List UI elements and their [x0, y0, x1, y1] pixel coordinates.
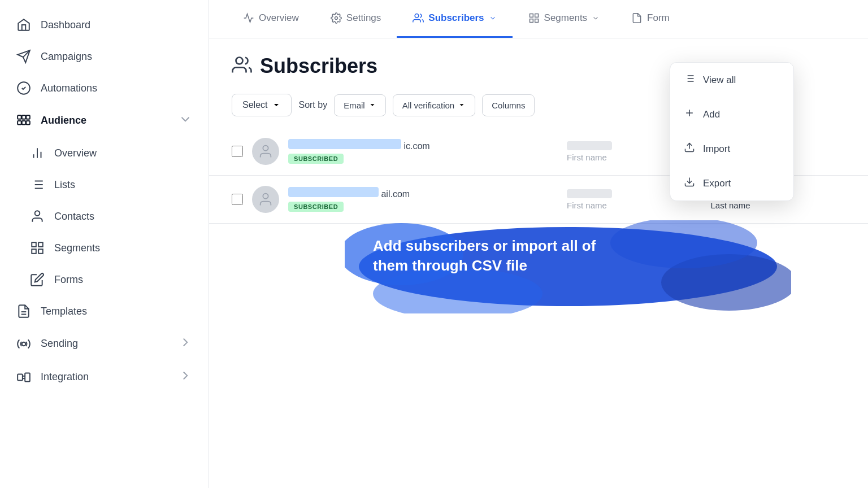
all-verification-label: All verification — [402, 101, 455, 110]
row-checkbox[interactable] — [232, 194, 243, 205]
list-icon — [684, 73, 695, 87]
upload-icon — [684, 142, 695, 156]
dropdown-export[interactable]: Export — [670, 166, 793, 201]
sidebar-item-segments[interactable]: Segments — [0, 232, 209, 264]
send-icon — [16, 49, 32, 64]
svg-point-18 — [35, 211, 40, 216]
sidebar-item-label: Audience — [41, 115, 86, 127]
avatar — [252, 138, 279, 165]
select-button[interactable]: Select — [232, 94, 292, 116]
sidebar-item-label: Forms — [54, 274, 83, 286]
tab-label: Settings — [346, 12, 381, 24]
audience-icon — [16, 113, 32, 129]
tab-label: Overview — [259, 12, 299, 24]
sidebar-item-contacts[interactable]: Contacts — [0, 201, 209, 232]
tab-overview[interactable]: Overview — [227, 0, 315, 38]
sidebar-item-integration[interactable]: Integration — [0, 360, 209, 394]
plus-icon — [684, 107, 695, 121]
sidebar-item-label: Campaigns — [41, 51, 92, 63]
svg-rect-6 — [18, 121, 21, 125]
download-icon — [684, 176, 695, 190]
email-column: ail.com SUBSCRIBED — [288, 187, 558, 212]
svg-point-35 — [263, 146, 268, 151]
sidebar-item-overview[interactable]: Overview — [0, 137, 209, 169]
tab-label: Segments — [544, 12, 588, 24]
firstname-blur — [567, 141, 612, 150]
subscribers-dropdown: View all Add Import Export — [670, 62, 794, 201]
sidebar-item-label: Templates — [41, 306, 87, 317]
all-verification-button[interactable]: All verification — [393, 94, 476, 116]
email-blur-mask — [288, 139, 401, 149]
sidebar-item-automations[interactable]: Automations — [0, 72, 209, 104]
email-column: ic.com SUBSCRIBED — [288, 139, 558, 164]
firstname-blur — [567, 189, 612, 198]
integration-icon — [16, 369, 32, 385]
firstname-label: First name — [567, 201, 607, 210]
sidebar: Dashboard Campaigns Automations Audience… — [0, 0, 209, 488]
email-filter-button[interactable]: Email — [334, 94, 386, 116]
svg-point-29 — [415, 14, 419, 18]
lastname-label: Last name — [711, 201, 750, 210]
sidebar-item-label: Sending — [41, 338, 78, 350]
sidebar-item-label: Lists — [54, 179, 75, 191]
status-badge: SUBSCRIBED — [288, 154, 344, 164]
svg-rect-8 — [26, 121, 30, 125]
email-domain: ail.com — [381, 189, 410, 199]
sidebar-item-audience[interactable]: Audience — [0, 104, 209, 137]
dropdown-item-label: View all — [703, 75, 736, 86]
svg-rect-4 — [22, 115, 26, 119]
sidebar-item-label: Contacts — [54, 211, 94, 223]
svg-rect-7 — [22, 121, 26, 125]
list-icon — [29, 177, 45, 193]
chevron-right-icon — [178, 368, 193, 386]
svg-rect-3 — [18, 115, 21, 119]
sidebar-item-dashboard[interactable]: Dashboard — [0, 9, 209, 41]
svg-point-25 — [22, 342, 26, 346]
check-circle-icon — [16, 80, 32, 96]
chevron-down-icon — [178, 112, 193, 129]
svg-rect-19 — [32, 242, 36, 247]
sidebar-item-campaigns[interactable]: Campaigns — [0, 41, 209, 72]
sending-icon — [16, 336, 32, 352]
chevron-right-icon — [178, 335, 193, 352]
svg-rect-21 — [32, 249, 36, 254]
sort-by-label: Sort by — [298, 100, 327, 110]
avatar — [252, 186, 279, 213]
svg-rect-27 — [25, 373, 30, 381]
sidebar-item-label: Overview — [54, 147, 97, 159]
dropdown-import[interactable]: Import — [670, 132, 793, 166]
svg-rect-31 — [535, 14, 538, 18]
columns-button[interactable]: Columns — [482, 94, 535, 116]
firstname-label: First name — [567, 152, 607, 162]
tab-label: Form — [647, 12, 670, 24]
svg-point-36 — [263, 194, 268, 199]
dropdown-view-all[interactable]: View all — [670, 63, 793, 97]
sidebar-item-label: Integration — [41, 371, 89, 383]
sidebar-item-templates[interactable]: Templates — [0, 295, 209, 327]
sidebar-item-lists[interactable]: Lists — [0, 169, 209, 201]
page-title: Subscribers — [260, 54, 377, 78]
status-badge: SUBSCRIBED — [288, 202, 344, 212]
tab-segments[interactable]: Segments — [513, 0, 616, 38]
svg-point-28 — [335, 17, 337, 20]
row-checkbox[interactable] — [232, 146, 243, 157]
tab-form[interactable]: Form — [615, 0, 685, 38]
sidebar-item-label: Dashboard — [41, 19, 90, 31]
email-blur-mask — [288, 187, 379, 197]
templates-icon — [16, 303, 32, 319]
dropdown-item-label: Add — [703, 109, 720, 120]
tab-settings[interactable]: Settings — [315, 0, 397, 38]
svg-rect-30 — [530, 14, 533, 18]
contact-icon — [29, 208, 45, 224]
dropdown-item-label: Export — [703, 178, 731, 189]
dropdown-item-label: Import — [703, 143, 730, 155]
tab-subscribers[interactable]: Subscribers — [397, 0, 512, 38]
svg-rect-33 — [535, 19, 538, 23]
select-label: Select — [242, 100, 267, 110]
svg-rect-22 — [38, 249, 43, 254]
main-content: Overview Settings Subscribers Segments F… — [209, 0, 868, 488]
dropdown-add[interactable]: Add — [670, 97, 793, 132]
sidebar-item-forms[interactable]: Forms — [0, 264, 209, 295]
email-label: Email — [344, 101, 365, 110]
sidebar-item-sending[interactable]: Sending — [0, 327, 209, 360]
